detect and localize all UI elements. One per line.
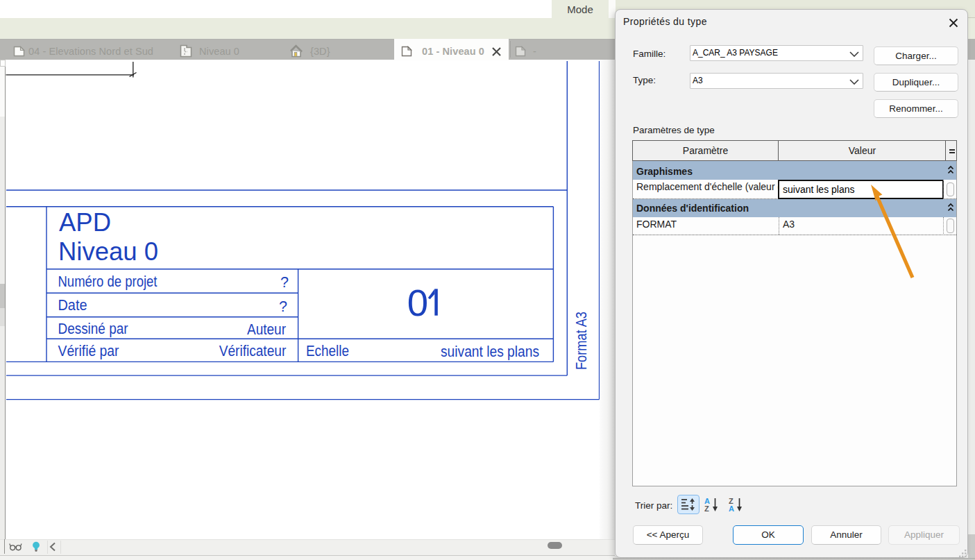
svg-text:Date: Date — [58, 297, 87, 314]
svg-text:Vérificateur: Vérificateur — [219, 343, 287, 359]
svg-text:Numéro de projet: Numéro de projet — [58, 273, 158, 290]
svg-text:suivant les plans: suivant les plans — [441, 343, 539, 360]
svg-text:0: 0 — [407, 282, 428, 324]
svg-text:A: A — [729, 504, 734, 512]
svg-text:?: ? — [279, 298, 287, 315]
svg-text:Echelle: Echelle — [306, 343, 349, 359]
svg-text:?: ? — [280, 274, 289, 291]
svg-text:Vérifié par: Vérifié par — [58, 343, 119, 359]
svg-text:Auteur: Auteur — [247, 321, 286, 338]
svg-text:Z: Z — [704, 504, 709, 512]
svg-text:Format A3: Format A3 — [573, 312, 590, 370]
svg-text:Dessiné par: Dessiné par — [58, 321, 128, 337]
svg-text:Niveau 0: Niveau 0 — [58, 237, 158, 266]
svg-text:APD: APD — [59, 208, 111, 237]
